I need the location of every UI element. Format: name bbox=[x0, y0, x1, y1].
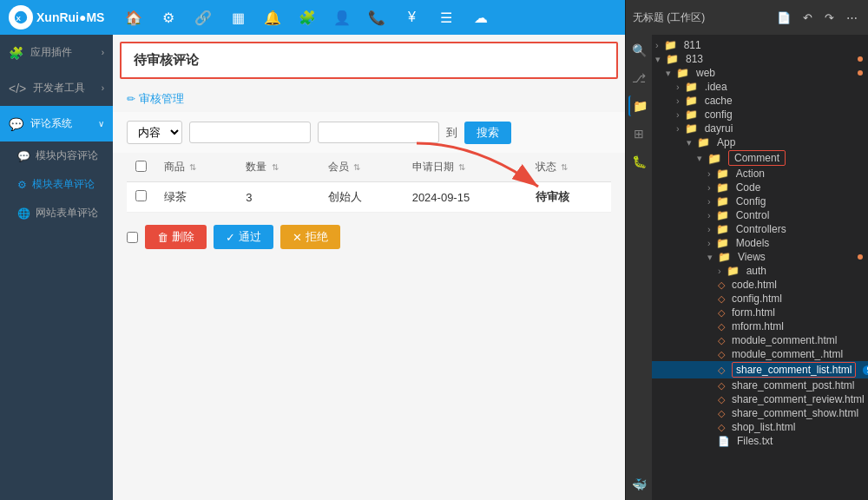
search-button[interactable]: 搜索 bbox=[464, 122, 511, 144]
nav-list-icon[interactable]: ☰ bbox=[432, 3, 460, 31]
nav-notification-icon[interactable]: 🔔 bbox=[259, 3, 286, 31]
sidebar-item-label: 开发者工具 bbox=[33, 81, 85, 95]
new-file-icon[interactable]: 📄 bbox=[773, 10, 794, 26]
sidebar-item-comment[interactable]: 💬 评论系统 ∨ bbox=[0, 106, 113, 141]
tree-item[interactable]: ▾📁Comment bbox=[652, 149, 868, 167]
nav-share-icon[interactable]: 🔗 bbox=[189, 3, 217, 31]
audit-link-label[interactable]: 审核管理 bbox=[139, 91, 184, 107]
html-file-icon: ◇ bbox=[718, 422, 725, 433]
reject-button[interactable]: ✕ 拒绝 bbox=[280, 225, 340, 249]
nav-settings-icon[interactable]: ⚙ bbox=[155, 3, 182, 31]
delete-button[interactable]: 🗑 删除 bbox=[145, 225, 207, 249]
site-comment-icon: 🌐 bbox=[17, 207, 30, 220]
tree-item[interactable]: ◇share_comment_list.html9+ bbox=[652, 361, 868, 378]
html-file-icon: ◇ bbox=[718, 307, 725, 319]
tree-item[interactable]: ◇code.html bbox=[652, 278, 868, 292]
col-product-label: 商品 bbox=[164, 161, 185, 173]
nav-money-icon[interactable]: ¥ bbox=[398, 3, 425, 31]
tree-item[interactable]: ▾📁Views bbox=[652, 250, 868, 264]
action-checkbox[interactable] bbox=[127, 232, 138, 243]
tree-item[interactable]: ›📁Control bbox=[652, 208, 868, 222]
search-activity-icon[interactable]: 🔍 bbox=[628, 40, 649, 61]
tree-item[interactable]: ›📁cache bbox=[652, 94, 868, 108]
search-input2[interactable] bbox=[318, 122, 439, 143]
audit-link[interactable]: ✏ 审核管理 bbox=[127, 91, 611, 107]
tree-item[interactable]: ›📁Controllers bbox=[652, 222, 868, 236]
extensions-activity-icon[interactable]: ⊞ bbox=[628, 123, 649, 144]
more-icon[interactable]: ⋯ bbox=[843, 10, 861, 26]
tree-item[interactable]: ◇share_comment_review.html bbox=[652, 392, 868, 406]
tree-item[interactable]: ›📁auth bbox=[652, 264, 868, 278]
folder-arrow-icon: › bbox=[707, 210, 711, 220]
tree-item[interactable]: ▾📁web bbox=[652, 66, 868, 80]
sort-icon[interactable]: ⇅ bbox=[189, 162, 196, 172]
sort-status-icon[interactable]: ⇅ bbox=[561, 162, 568, 172]
file-label: config.html bbox=[732, 293, 782, 305]
html-file-icon: ◇ bbox=[718, 293, 725, 305]
folder-label: App bbox=[717, 136, 735, 148]
sidebar-item-plugin[interactable]: 🧩 应用插件 › bbox=[0, 35, 113, 70]
folder-label: cache bbox=[705, 95, 733, 107]
row-checkbox[interactable] bbox=[135, 190, 147, 201]
sidebar-sub-module-comment[interactable]: 💬 模块内容评论 bbox=[0, 141, 113, 170]
tree-item[interactable]: ◇share_comment_show.html bbox=[652, 406, 868, 420]
tree-item[interactable]: ▾📁App bbox=[652, 135, 868, 149]
undo-icon[interactable]: ↶ bbox=[799, 10, 816, 26]
html-file-icon: ◇ bbox=[718, 380, 725, 391]
trash-icon: 🗑 bbox=[157, 231, 168, 244]
tree-item[interactable]: ›📁config bbox=[652, 108, 868, 122]
nav-user-icon[interactable]: 👤 bbox=[328, 3, 356, 31]
sort-member-icon[interactable]: ⇅ bbox=[353, 162, 360, 172]
search-input[interactable] bbox=[189, 122, 311, 143]
sort-date-icon[interactable]: ⇅ bbox=[458, 162, 465, 172]
sidebar-sub-form-comment[interactable]: ⚙ 模块表单评论 bbox=[0, 170, 113, 199]
nav-cloud-icon[interactable]: ☁ bbox=[467, 3, 495, 31]
tree-item[interactable]: ›📁Action bbox=[652, 167, 868, 181]
tree-item[interactable]: ›📁Models bbox=[652, 236, 868, 250]
select-all-checkbox[interactable] bbox=[135, 161, 147, 172]
tree-item[interactable]: ◇config.html bbox=[652, 292, 868, 306]
tree-item[interactable]: ▾📁813 bbox=[652, 52, 868, 66]
x-icon: ✕ bbox=[293, 231, 302, 244]
tree-item[interactable]: ›📁Code bbox=[652, 181, 868, 194]
tree-item[interactable]: ◇mform.html bbox=[652, 319, 868, 333]
sidebar-item-label: 应用插件 bbox=[30, 45, 72, 60]
tree-item[interactable]: ◇module_comment_.html bbox=[652, 347, 868, 361]
tree-item[interactable]: ›📁811 bbox=[652, 38, 868, 52]
tree-item[interactable]: ◇form.html bbox=[652, 306, 868, 319]
sidebar-sub-site-comment[interactable]: 🌐 网站表单评论 bbox=[0, 199, 113, 227]
folder-label: Code bbox=[736, 181, 761, 194]
file-label: module_comment.html bbox=[732, 334, 837, 346]
git-activity-icon[interactable]: ⎇ bbox=[628, 68, 649, 89]
tree-item[interactable]: ◇shop_list.html bbox=[652, 420, 868, 434]
tree-item[interactable]: ›📁dayrui bbox=[652, 122, 868, 135]
tree-item[interactable]: ◇share_comment_post.html bbox=[652, 378, 868, 392]
delete-label: 删除 bbox=[172, 229, 194, 245]
nav-plugin-icon[interactable]: 🧩 bbox=[293, 3, 321, 31]
redo-icon[interactable]: ↷ bbox=[821, 10, 838, 26]
folder-icon: 📁 bbox=[718, 251, 731, 263]
tree-item[interactable]: ◇module_comment.html bbox=[652, 333, 868, 347]
nav-home-icon[interactable]: 🏠 bbox=[120, 3, 148, 31]
tree-item[interactable]: 📄Files.txt bbox=[652, 434, 868, 448]
folder-icon: 📁 bbox=[666, 53, 679, 65]
debug-activity-icon[interactable]: 🐛 bbox=[628, 151, 649, 172]
tree-item[interactable]: ›📁.idea bbox=[652, 80, 868, 94]
nav-phone-icon[interactable]: 📞 bbox=[363, 3, 391, 31]
sidebar-item-devtools[interactable]: </> 开发者工具 › bbox=[0, 70, 113, 106]
folder-arrow-icon: › bbox=[707, 238, 711, 248]
filter-select[interactable]: 内容 bbox=[127, 121, 182, 144]
files-activity-icon[interactable]: 📁 bbox=[628, 95, 649, 116]
modified-dot bbox=[858, 70, 863, 76]
logo-icon: X bbox=[9, 5, 33, 30]
modified-dot bbox=[858, 254, 863, 260]
folder-label: Comment bbox=[728, 150, 786, 166]
docker-activity-icon[interactable]: 🐳 bbox=[628, 474, 649, 495]
form-comment-icon: ⚙ bbox=[17, 179, 27, 191]
sidebar: 🧩 应用插件 › </> 开发者工具 › 💬 评论系统 ∨ 💬 模块内容评论 bbox=[0, 35, 113, 500]
tree-item[interactable]: ›📁Config bbox=[652, 194, 868, 208]
nav-grid-icon[interactable]: ▦ bbox=[224, 3, 252, 31]
approve-button[interactable]: ✓ 通过 bbox=[214, 225, 273, 249]
folder-icon: 📁 bbox=[676, 67, 689, 79]
sort-qty-icon[interactable]: ⇅ bbox=[272, 162, 279, 172]
